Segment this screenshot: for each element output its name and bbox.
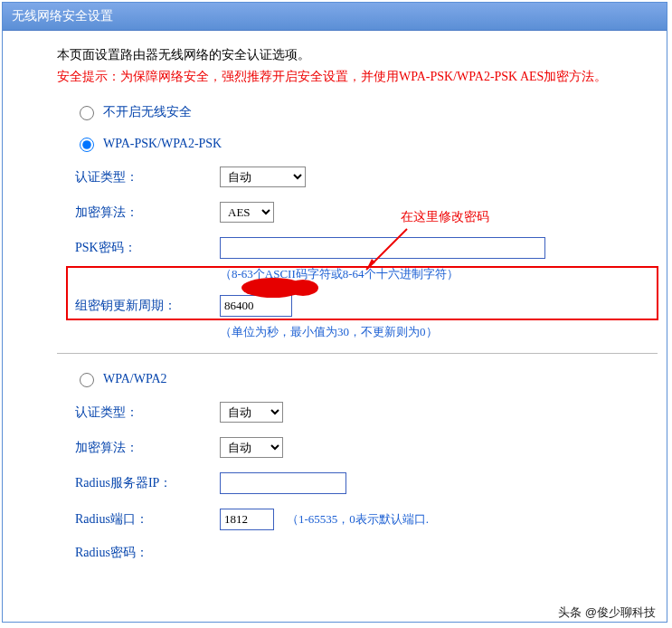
radius-ip-input[interactable] bbox=[220, 472, 346, 494]
wpa-auth-select[interactable]: 自动 bbox=[220, 402, 283, 423]
encryption-label: 加密算法： bbox=[75, 205, 220, 221]
radio-wpa-psk[interactable] bbox=[80, 138, 94, 152]
radio-wpa[interactable] bbox=[80, 373, 94, 387]
separator bbox=[57, 353, 658, 354]
radius-port-input[interactable] bbox=[220, 509, 274, 530]
watermark: 头条 @俊少聊科技 bbox=[558, 604, 656, 621]
auth-type-select[interactable]: 自动 bbox=[220, 167, 306, 187]
radio-disable-label: 不开启无线安全 bbox=[103, 104, 192, 120]
auth-type-label: 认证类型： bbox=[75, 169, 220, 186]
wpa-enc-select[interactable]: 自动 bbox=[220, 437, 283, 458]
radio-wpa-label: WPA/WPA2 bbox=[103, 372, 167, 386]
wpa-enc-label: 加密算法： bbox=[75, 440, 220, 456]
psk-hint: （8-63个ASCII码字符或8-64个十六进制字符） bbox=[220, 266, 658, 282]
radius-ip-label: Radius服务器IP： bbox=[75, 475, 220, 491]
radius-port-hint: （1-65535，0表示默认端口. bbox=[287, 511, 429, 528]
psk-password-input[interactable] bbox=[220, 237, 545, 259]
psk-password-label: PSK密码： bbox=[75, 240, 220, 256]
group-key-input[interactable] bbox=[220, 295, 292, 317]
intro-text: 本页面设置路由器无线网络的安全认证选项。 bbox=[57, 47, 658, 63]
wpa-auth-label: 认证类型： bbox=[75, 404, 220, 421]
radio-disable-security[interactable] bbox=[80, 106, 94, 120]
radius-port-label: Radius端口： bbox=[75, 511, 220, 528]
encryption-select[interactable]: AES bbox=[220, 202, 274, 223]
radius-pw-label: Radius密码： bbox=[75, 545, 220, 561]
group-key-hint: （单位为秒，最小值为30，不更新则为0） bbox=[220, 324, 658, 340]
radio-wpa-psk-label: WPA-PSK/WPA2-PSK bbox=[103, 137, 222, 151]
security-tip: 安全提示：为保障网络安全，强烈推荐开启安全设置，并使用WPA-PSK/WPA2-… bbox=[57, 67, 658, 87]
group-key-label: 组密钥更新周期： bbox=[75, 298, 220, 314]
panel-title: 无线网络安全设置 bbox=[3, 3, 667, 31]
